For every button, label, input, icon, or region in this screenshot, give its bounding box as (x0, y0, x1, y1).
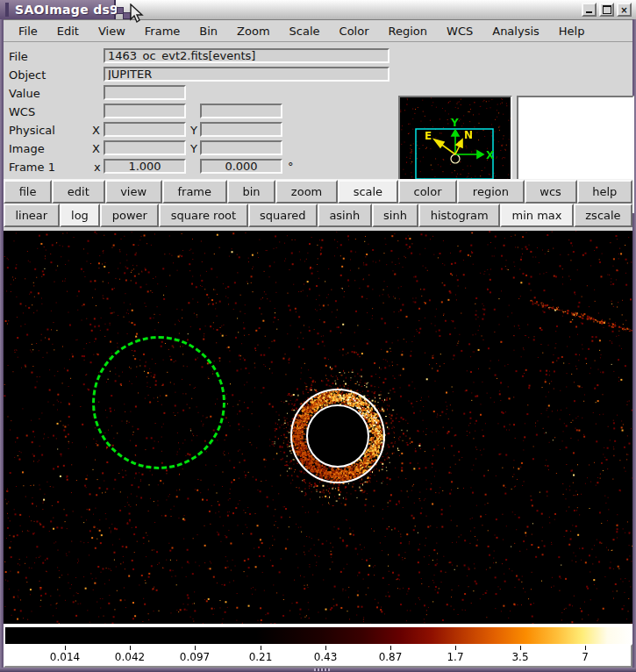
colorbar-tick-label: 7 (582, 651, 589, 663)
colorbar-tick-label: 0.042 (115, 651, 145, 663)
menubar: FileEditViewFrameBinZoomScaleColorRegion… (4, 20, 632, 42)
resize-grip[interactable] (314, 668, 330, 671)
app-icon (5, 3, 9, 17)
panner-origin-circle (451, 154, 460, 163)
region-circle-background[interactable] (92, 336, 225, 469)
panner-north-label: N (464, 129, 473, 141)
toolbar-button-wcs[interactable]: wcs (525, 180, 577, 204)
colorbar-tick-label: 0.43 (314, 651, 338, 663)
colorbar-gradient[interactable] (4, 627, 632, 644)
colorbar-tick (65, 646, 66, 650)
titlebar-tab[interactable]: SAOImage ds9 (0, 0, 116, 19)
menu-region[interactable]: Region (379, 23, 438, 39)
minimize-icon (586, 11, 592, 13)
menu-bin[interactable]: Bin (189, 23, 227, 39)
colorbar-tick (130, 646, 131, 650)
menu-zoom[interactable]: Zoom (227, 23, 279, 39)
window-title: SAOImage ds9 (15, 3, 118, 17)
colorbar-tick (195, 646, 196, 650)
scale-button-histogram[interactable]: histogram (418, 204, 500, 227)
toolbar-button-color[interactable]: color (398, 180, 457, 204)
panner-x-label: X (486, 149, 495, 161)
image-label: Image (9, 142, 45, 155)
menu-scale[interactable]: Scale (280, 23, 330, 39)
colorbar-tick-label: 0.87 (379, 651, 403, 663)
toolbar-button-help[interactable]: help (577, 180, 632, 204)
file-value-field[interactable]: 1463_oc_evt2.fits[events] (104, 48, 389, 63)
titlebar-tab-fragment (123, 12, 131, 19)
minimize-button[interactable] (582, 3, 597, 17)
scale-button-sinh[interactable]: sinh (372, 204, 419, 227)
colorbar-tick (390, 646, 391, 650)
panner-east-label: E (425, 130, 432, 142)
frame-rotation-field[interactable]: 0.000 (200, 159, 282, 174)
wcs-label: WCS (9, 105, 35, 118)
colorbar-tick-label: 0.21 (249, 651, 273, 663)
image-y-label: Y (190, 142, 197, 155)
close-button[interactable]: × (617, 3, 632, 17)
ds9-window: SAOImage ds9 × FileEditViewFrameBinZoomS… (0, 0, 636, 672)
physical-y-field[interactable] (200, 122, 282, 137)
toolbar-button-scale[interactable]: scale (338, 180, 398, 204)
toolbar-button-bin[interactable]: bin (227, 180, 275, 204)
info-panel: File Object Value WCS Physical Image Fra… (4, 43, 632, 178)
colorbar-scale: 0.0140.0420.0970.210.430.871.73.57 (4, 644, 632, 668)
value-label: Value (9, 87, 40, 100)
scale-button-zscale[interactable]: zscale (574, 204, 632, 227)
scale-button-min-max[interactable]: min max (500, 204, 574, 227)
physical-x-label: X (92, 124, 100, 137)
maximize-icon (603, 5, 611, 14)
colorbar-tick (455, 646, 456, 650)
panner-y-label: Y (450, 117, 459, 129)
toolbar-button-view[interactable]: view (105, 180, 162, 204)
scale-button-linear[interactable]: linear (4, 204, 60, 227)
toolbar-button-edit[interactable]: edit (52, 180, 104, 204)
menu-view[interactable]: View (89, 23, 135, 39)
menu-wcs[interactable]: WCS (437, 23, 482, 39)
menu-frame[interactable]: Frame (135, 23, 190, 39)
frame-zoom-field[interactable]: 1.000 (104, 159, 186, 174)
wcs-x-field[interactable] (104, 104, 186, 118)
frame-zoom-x-label: x (94, 161, 101, 174)
menu-analysis[interactable]: Analysis (482, 23, 549, 39)
toolbar-button-zoom[interactable]: zoom (275, 180, 338, 204)
scale-button-log[interactable]: log (60, 204, 101, 227)
scale-button-asinh[interactable]: asinh (318, 204, 372, 227)
physical-label: Physical (9, 124, 55, 137)
toolbar-row-scale-options: linearlogpowersquare rootsquaredasinhsin… (4, 204, 632, 227)
titlebar[interactable]: SAOImage ds9 × (0, 0, 636, 20)
image-x-field[interactable] (104, 140, 186, 155)
colorbar-tick (520, 646, 521, 650)
colorbar-tick (325, 646, 326, 650)
object-value-field[interactable]: JUPITER (104, 67, 389, 82)
menu-edit[interactable]: Edit (47, 23, 89, 39)
menu-file[interactable]: File (9, 23, 47, 39)
region-annulus-inner[interactable] (306, 404, 369, 468)
image-x-label: X (92, 142, 100, 155)
physical-x-field[interactable] (104, 122, 186, 137)
scale-button-square-root[interactable]: square root (159, 204, 247, 227)
scale-button-power[interactable]: power (100, 204, 159, 227)
close-icon: × (620, 5, 627, 15)
panner-compass-arrows (434, 139, 462, 154)
colorbar-tick-label: 0.014 (50, 651, 80, 663)
toolbar-button-frame[interactable]: frame (162, 180, 227, 204)
image-display[interactable] (4, 231, 632, 624)
object-label: Object (9, 68, 46, 82)
degree-label: ° (288, 160, 294, 173)
colorbar-tick (585, 646, 586, 650)
image-y-field[interactable] (200, 140, 282, 155)
colorbar-tick-label: 0.097 (180, 651, 210, 663)
button-toolbar: fileeditviewframebinzoomscalecolorregion… (4, 179, 632, 227)
menu-color[interactable]: Color (330, 23, 379, 39)
value-field[interactable] (104, 85, 186, 100)
colorbar-tick (261, 646, 261, 650)
toolbar-button-file[interactable]: file (4, 180, 52, 204)
menu-help[interactable]: Help (549, 23, 595, 39)
frame-label: Frame 1 (9, 161, 55, 174)
scale-button-squared[interactable]: squared (248, 204, 318, 227)
wcs-y-field[interactable] (200, 104, 282, 118)
colorbar-tick-label: 1.7 (447, 651, 463, 663)
toolbar-button-region[interactable]: region (457, 180, 524, 204)
maximize-button[interactable] (599, 3, 614, 17)
